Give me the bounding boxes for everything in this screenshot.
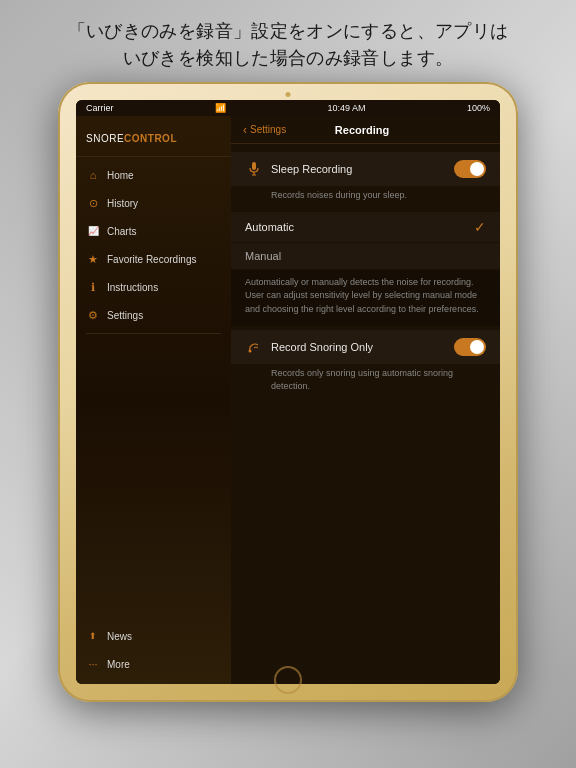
record-snoring-row: Record Snoring Only <box>231 330 500 364</box>
battery-label: 100% <box>467 103 490 113</box>
logo-snore: SNORE <box>86 133 124 144</box>
sleep-recording-description: Records noises during your sleep. <box>231 187 500 210</box>
sleep-recording-label: Sleep Recording <box>271 163 454 175</box>
sidebar: SNORECONTROL ⌂ Home ⊙ History 📈 Charts <box>76 116 231 684</box>
sleep-recording-row: Sleep Recording <box>231 152 500 186</box>
star-icon: ★ <box>86 252 100 266</box>
history-icon: ⊙ <box>86 196 100 210</box>
ipad-wrapper: Carrier 📶 10:49 AM 100% SNORECONTROL ⌂ H… <box>58 82 518 702</box>
manual-row[interactable]: Manual <box>231 243 500 269</box>
nav-separator <box>86 333 221 334</box>
sidebar-label-charts: Charts <box>107 226 136 237</box>
sidebar-item-favorite-recordings[interactable]: ★ Favorite Recordings <box>76 245 231 273</box>
svg-point-3 <box>249 350 252 353</box>
automatic-row[interactable]: Automatic ✓ <box>231 212 500 242</box>
ipad-camera <box>286 92 291 97</box>
sidebar-item-history[interactable]: ⊙ History <box>76 189 231 217</box>
checkmark-icon: ✓ <box>474 219 486 235</box>
more-icon: ··· <box>86 657 100 671</box>
wifi-icon: 📶 <box>215 103 226 113</box>
sidebar-item-settings[interactable]: ⚙ Settings <box>76 301 231 329</box>
gear-icon: ⚙ <box>86 308 100 322</box>
record-snoring-description: Records only snoring using automatic sno… <box>231 365 500 400</box>
nav-back-button[interactable]: ‹ Settings <box>243 123 286 137</box>
home-icon: ⌂ <box>86 168 100 182</box>
top-text-container: 「いびきのみを録音」設定をオンにすると、アプリは いびきを検知した場合のみ録音し… <box>38 0 539 82</box>
main-content: ‹ Settings Recording <box>231 116 500 684</box>
sidebar-label-recordings: Favorite Recordings <box>107 254 196 265</box>
nav-back-label: Settings <box>250 124 286 135</box>
record-snoring-section: Record Snoring Only Records only snoring… <box>231 330 500 400</box>
nav-bar: ‹ Settings Recording <box>231 116 500 144</box>
record-snoring-label: Record Snoring Only <box>271 341 454 353</box>
news-icon: ⬆ <box>86 629 100 643</box>
ipad-home-button[interactable] <box>274 666 302 694</box>
nav-title: Recording <box>286 124 438 136</box>
automatic-label: Automatic <box>245 221 474 233</box>
snore-icon <box>245 338 263 356</box>
sidebar-item-home[interactable]: ⌂ Home <box>76 161 231 189</box>
sidebar-nav: ⌂ Home ⊙ History 📈 Charts ★ Favorite Rec… <box>76 157 231 622</box>
sidebar-logo: SNORECONTROL <box>76 122 231 157</box>
sidebar-label-home: Home <box>107 170 134 181</box>
sidebar-item-instructions[interactable]: ℹ Instructions <box>76 273 231 301</box>
sidebar-label-history: History <box>107 198 138 209</box>
chevron-left-icon: ‹ <box>243 123 247 137</box>
detection-description: Automatically or manually detects the no… <box>231 270 500 327</box>
charts-icon: 📈 <box>86 224 100 238</box>
sidebar-item-charts[interactable]: 📈 Charts <box>76 217 231 245</box>
mic-icon <box>245 160 263 178</box>
sidebar-label-settings: Settings <box>107 310 143 321</box>
app-container: SNORECONTROL ⌂ Home ⊙ History 📈 Charts <box>76 116 500 684</box>
top-text-line1: 「いびきのみを録音」設定をオンにすると、アプリは <box>68 21 509 41</box>
info-icon: ℹ <box>86 280 100 294</box>
sidebar-bottom: ⬆ News ··· More <box>76 622 231 684</box>
record-snoring-toggle[interactable] <box>454 338 486 356</box>
ipad-screen: Carrier 📶 10:49 AM 100% SNORECONTROL ⌂ H… <box>76 100 500 684</box>
sidebar-item-news[interactable]: ⬆ News <box>76 622 231 650</box>
sleep-recording-section: Sleep Recording Records noises during yo… <box>231 152 500 210</box>
content-area: Sleep Recording Records noises during yo… <box>231 144 500 684</box>
manual-label: Manual <box>245 250 486 262</box>
svg-rect-0 <box>252 162 256 170</box>
sidebar-label-news: News <box>107 631 132 642</box>
top-text-line2: いびきを検知した場合のみ録音します。 <box>123 48 453 68</box>
carrier-label: Carrier <box>86 103 114 113</box>
sidebar-label-more: More <box>107 659 130 670</box>
sidebar-item-more[interactable]: ··· More <box>76 650 231 678</box>
sleep-recording-toggle[interactable] <box>454 160 486 178</box>
status-time: 10:49 AM <box>327 103 365 113</box>
status-bar: Carrier 📶 10:49 AM 100% <box>76 100 500 116</box>
logo-control: CONTROL <box>124 133 177 144</box>
sidebar-label-instructions: Instructions <box>107 282 158 293</box>
